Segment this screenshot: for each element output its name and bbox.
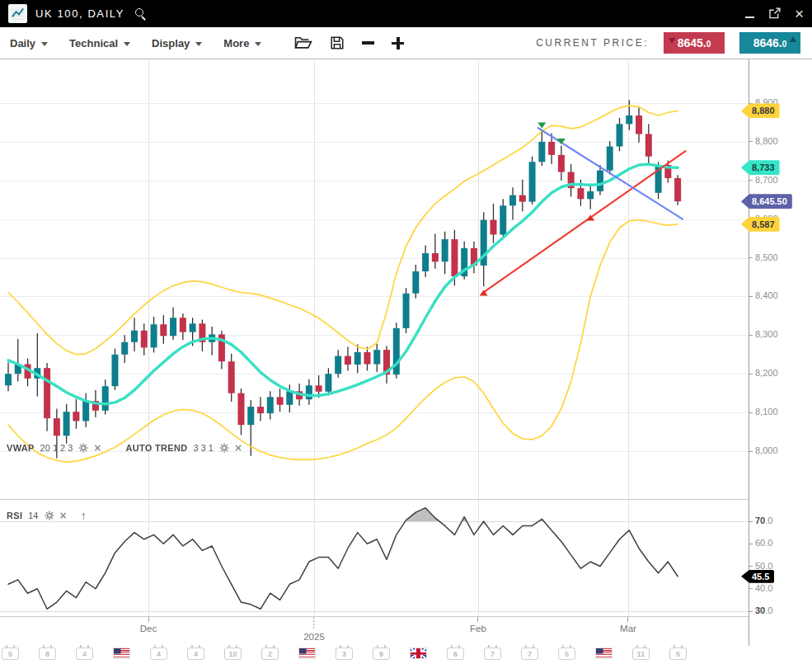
calendar-day-icon[interactable]: 11 <box>632 648 650 660</box>
price-tick <box>749 257 753 258</box>
month-tick-mark <box>477 617 478 622</box>
flag-icon-us[interactable] <box>113 648 130 659</box>
rsi-label: RSI <box>7 511 22 520</box>
price-tick <box>749 412 753 413</box>
price-axis-label: 8,100 <box>755 407 778 417</box>
vwap-label: VWAP <box>7 443 35 453</box>
collapse-pane-arrow-icon[interactable]: ↑ <box>81 509 87 522</box>
month-label: Feb <box>470 624 486 633</box>
zoom-out-icon[interactable] <box>362 41 374 44</box>
price-chart[interactable] <box>0 59 749 617</box>
price-tick <box>749 180 753 181</box>
minimize-icon[interactable] <box>745 16 754 18</box>
chevron-down-icon <box>195 42 202 46</box>
trading-platform-window: UK 100, DAILY × Daily Technical Display … <box>0 0 812 664</box>
popout-window-icon[interactable] <box>767 7 781 21</box>
bid-price-badge[interactable]: 8645.0 <box>664 32 725 54</box>
zoom-in-icon[interactable] <box>392 37 404 49</box>
rsi-axis-label: 30.0 <box>755 605 772 615</box>
month-label: Mar <box>620 624 636 633</box>
vwap-settings-gear-icon[interactable] <box>78 443 88 453</box>
price-axis-label: 8,500 <box>755 252 778 262</box>
calendar-day-icon[interactable]: 4 <box>76 648 93 660</box>
open-folder-icon[interactable] <box>294 35 312 50</box>
calendar-day-icon[interactable]: 4 <box>187 648 204 660</box>
price-tick <box>749 451 753 452</box>
flag-icon-us[interactable] <box>595 648 613 659</box>
autotrend-settings-gear-icon[interactable] <box>219 443 229 453</box>
autotrend-remove-icon[interactable]: × <box>235 442 242 454</box>
calendar-day-icon[interactable]: 10 <box>224 648 242 660</box>
rsi-axis-label: 60.0 <box>755 538 772 548</box>
rsi-axis-label: 40.0 <box>755 583 772 593</box>
month-tick-mark <box>628 617 629 622</box>
calendar-day-icon[interactable]: 3 <box>336 648 353 660</box>
chevron-down-icon <box>255 42 261 46</box>
title-bar: UK 100, DAILY × <box>0 0 812 27</box>
price-up-arrow-icon <box>790 36 796 42</box>
current-price-label: CURRENT PRICE: <box>536 37 649 49</box>
symbol-title: UK 100, DAILY <box>35 7 124 20</box>
price-tick <box>749 141 753 142</box>
time-axis-month: 2025 <box>303 617 325 642</box>
calendar-day-icon[interactable]: 6 <box>447 648 464 660</box>
price-axis-label: 8,300 <box>755 329 778 339</box>
rsi-params: 14 <box>28 511 38 520</box>
calendar-day-icon[interactable]: 5 <box>669 648 687 660</box>
menu-technical[interactable]: Technical <box>69 37 130 49</box>
price-down-arrow-icon <box>669 38 675 44</box>
flag-icon-us[interactable] <box>298 648 316 659</box>
toolbar: Daily Technical Display More <box>0 27 812 59</box>
ask-price-badge[interactable]: 8646.0 <box>739 32 800 54</box>
price-tick <box>749 374 753 374</box>
calendar-day-icon[interactable]: 7 <box>521 648 538 660</box>
calendar-day-icon[interactable]: 9 <box>373 648 390 660</box>
chevron-down-icon <box>124 42 130 46</box>
calendar-day-icon[interactable]: 2 <box>261 648 279 660</box>
price-axis-label: 8,800 <box>755 136 778 146</box>
rsi-remove-icon[interactable]: × <box>60 510 67 521</box>
last-price-badge: 8,645.50 <box>741 194 792 209</box>
search-icon[interactable] <box>134 7 147 20</box>
price-axis-label: 8,400 <box>755 290 778 300</box>
chevron-down-icon <box>41 42 48 46</box>
vwap-params: 20 1 2 3 <box>40 443 73 453</box>
rsi-tick <box>749 611 753 612</box>
calendar-day-icon[interactable]: 5 <box>2 648 19 660</box>
calendar-day-icon[interactable]: 7 <box>484 648 501 660</box>
price-axis-label: 8,000 <box>755 445 778 455</box>
rsi-settings-gear-icon[interactable] <box>45 511 54 520</box>
autotrend-label: AUTO TREND <box>126 443 188 453</box>
rsi-tick <box>749 521 753 522</box>
price-tick <box>749 296 753 297</box>
price-axis-label: 8,700 <box>755 175 778 185</box>
calendar-day-icon[interactable]: 4 <box>150 648 167 660</box>
app-logo-icon <box>8 4 27 23</box>
save-icon[interactable] <box>330 35 345 50</box>
month-label: Dec <box>140 624 157 633</box>
close-icon[interactable]: × <box>795 6 804 21</box>
month-label: 2025 <box>303 632 325 642</box>
menu-daily[interactable]: Daily <box>10 37 48 49</box>
time-axis-month: Feb <box>470 617 486 633</box>
rsi-tick <box>749 566 753 567</box>
month-tick-mark <box>148 617 148 622</box>
flag-icon-uk[interactable] <box>410 648 427 659</box>
rsi-tick <box>749 588 753 589</box>
menu-display[interactable]: Display <box>152 37 202 49</box>
vwap-indicator-row: VWAP 20 1 2 3 × AUTO TREND 3 3 1 × <box>7 442 242 454</box>
vwap-remove-icon[interactable]: × <box>94 442 101 454</box>
price-tick <box>749 335 753 336</box>
year-divider-dotted-line <box>314 617 315 630</box>
rsi-indicator-row: RSI 14 × ↑ <box>7 509 87 522</box>
time-axis-month: Dec <box>140 617 157 633</box>
price-axis[interactable]: 8,9008,8008,7008,6008,5008,4008,3008,200… <box>749 59 812 646</box>
time-axis-month: Mar <box>620 617 636 633</box>
rsi-axis-label: 50.0 <box>755 561 772 571</box>
price-axis-label: 8,200 <box>755 368 778 378</box>
calendar-day-icon[interactable]: 5 <box>558 648 575 660</box>
menu-more[interactable]: More <box>223 37 261 49</box>
autotrend-params: 3 3 1 <box>193 443 213 453</box>
rsi-tick <box>749 544 753 544</box>
calendar-day-icon[interactable]: 8 <box>39 648 56 660</box>
